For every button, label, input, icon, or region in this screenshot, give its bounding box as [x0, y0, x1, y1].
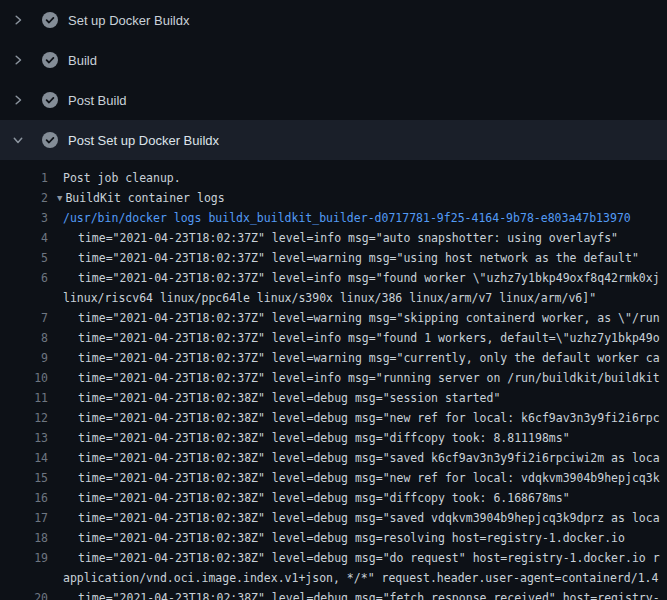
log-line-text: linux/riscv64 linux/ppc64le linux/s390x …: [63, 288, 596, 308]
log-line: application/vnd.oci.image.index.v1+json,…: [0, 568, 667, 588]
chevron-right-icon: [10, 92, 26, 108]
log-line-text-content: time="2021-04-23T18:02:38Z" level=debug …: [78, 411, 660, 425]
log-line-text-content: time="2021-04-23T18:02:37Z" level=warnin…: [78, 311, 660, 325]
log-line-number[interactable]: 11: [0, 388, 48, 408]
log-line-number[interactable]: 8: [0, 328, 48, 348]
log-line-text-content: time="2021-04-23T18:02:38Z" level=debug …: [78, 431, 570, 445]
log-line-text: Post job cleanup.: [63, 168, 181, 188]
log-line-number[interactable]: 3: [0, 208, 48, 228]
group-collapse-triangle-icon[interactable]: ▼: [57, 188, 62, 208]
log-line-number[interactable]: 19: [0, 548, 48, 568]
log-line-number[interactable]: 18: [0, 528, 48, 548]
log-line: linux/riscv64 linux/ppc64le linux/s390x …: [0, 288, 667, 308]
log-line-number[interactable]: 10: [0, 368, 48, 388]
log-line-text-content: time="2021-04-23T18:02:38Z" level=debug …: [78, 511, 660, 525]
log-line: 9 time="2021-04-23T18:02:37Z" level=warn…: [0, 348, 667, 368]
log-line-text: time="2021-04-23T18:02:37Z" level=warnin…: [78, 348, 660, 368]
log-line-text: ▼BuildKit container logs: [57, 188, 225, 208]
log-line-text: time="2021-04-23T18:02:37Z" level=info m…: [78, 268, 660, 288]
actions-log-viewer: Set up Docker Buildx Build Post Buil: [0, 0, 667, 600]
log-line: 8 time="2021-04-23T18:02:37Z" level=info…: [0, 328, 667, 348]
log-line-text-content: time="2021-04-23T18:02:37Z" level=info m…: [78, 331, 660, 345]
step-title: Post Build: [68, 93, 127, 108]
log-line: 17 time="2021-04-23T18:02:38Z" level=deb…: [0, 508, 667, 528]
log-line-text: time="2021-04-23T18:02:38Z" level=debug …: [78, 528, 625, 548]
log-line-text-content: time="2021-04-23T18:02:37Z" level=info m…: [78, 271, 660, 285]
log-line-number[interactable]: 4: [0, 228, 48, 248]
log-line-number[interactable]: 17: [0, 508, 48, 528]
chevron-down-icon: [10, 132, 26, 148]
log-line-number[interactable]: 14: [0, 448, 48, 468]
log-line: 13 time="2021-04-23T18:02:38Z" level=deb…: [0, 428, 667, 448]
log-line-text-content: time="2021-04-23T18:02:38Z" level=debug …: [78, 471, 660, 485]
log-output: 1 Post job cleanup. 2 ▼BuildKit containe…: [0, 160, 667, 600]
log-line-text-content: /usr/bin/docker logs buildx_buildkit_bui…: [63, 211, 631, 225]
log-line: 16 time="2021-04-23T18:02:38Z" level=deb…: [0, 488, 667, 508]
log-line-number[interactable]: 12: [0, 408, 48, 428]
log-line: 18 time="2021-04-23T18:02:38Z" level=deb…: [0, 528, 667, 548]
log-line-text-content: time="2021-04-23T18:02:38Z" level=debug …: [78, 491, 570, 505]
log-line: 10 time="2021-04-23T18:02:37Z" level=inf…: [0, 368, 667, 388]
log-line-number[interactable]: 13: [0, 428, 48, 448]
step-header-1[interactable]: Build: [0, 40, 667, 80]
step-header-2[interactable]: Post Build: [0, 80, 667, 120]
chevron-right-icon: [10, 52, 26, 68]
log-line-number[interactable]: 7: [0, 308, 48, 328]
check-circle-icon: [42, 52, 58, 68]
step-title: Set up Docker Buildx: [68, 13, 189, 28]
log-line-number: [0, 568, 48, 588]
log-line: 19 time="2021-04-23T18:02:38Z" level=deb…: [0, 548, 667, 568]
log-line-text-content: BuildKit container logs: [65, 191, 224, 205]
log-line-text-content: time="2021-04-23T18:02:37Z" level=warnin…: [78, 251, 639, 265]
log-line-text-content: time="2021-04-23T18:02:38Z" level=debug …: [78, 591, 660, 600]
log-line: 1 Post job cleanup.: [0, 168, 667, 188]
log-line-text-content: time="2021-04-23T18:02:37Z" level=warnin…: [78, 351, 660, 365]
log-line-text: time="2021-04-23T18:02:38Z" level=debug …: [78, 588, 660, 600]
log-line-text-content: linux/riscv64 linux/ppc64le linux/s390x …: [63, 291, 596, 305]
log-line: 2 ▼BuildKit container logs: [0, 188, 667, 208]
log-line-text-content: time="2021-04-23T18:02:38Z" level=debug …: [78, 531, 625, 545]
log-line-text-content: time="2021-04-23T18:02:37Z" level=info m…: [78, 371, 660, 385]
log-line-text-content: application/vnd.oci.image.index.v1+json,…: [63, 571, 658, 585]
log-line-text-content: time="2021-04-23T18:02:38Z" level=debug …: [78, 391, 500, 405]
log-line: 3 /usr/bin/docker logs buildx_buildkit_b…: [0, 208, 667, 228]
log-line: 15 time="2021-04-23T18:02:38Z" level=deb…: [0, 468, 667, 488]
log-line: 20 time="2021-04-23T18:02:38Z" level=deb…: [0, 588, 667, 600]
log-line-text-content: Post job cleanup.: [63, 171, 181, 185]
log-line-number[interactable]: 1: [0, 168, 48, 188]
log-line-text: time="2021-04-23T18:02:38Z" level=debug …: [78, 388, 500, 408]
log-line-number[interactable]: 5: [0, 248, 48, 268]
check-circle-icon: [42, 12, 58, 28]
step-title: Build: [68, 53, 97, 68]
log-line-number[interactable]: 6: [0, 268, 48, 288]
log-line-text-content: time="2021-04-23T18:02:38Z" level=debug …: [78, 551, 660, 565]
log-line-text: time="2021-04-23T18:02:38Z" level=debug …: [78, 488, 570, 508]
log-line-number[interactable]: 9: [0, 348, 48, 368]
steps-list: Set up Docker Buildx Build Post Buil: [0, 0, 667, 160]
log-line-number: [0, 288, 48, 308]
log-line-text: time="2021-04-23T18:02:37Z" level=warnin…: [78, 248, 639, 268]
log-line-text: time="2021-04-23T18:02:38Z" level=debug …: [78, 448, 660, 468]
log-line-text: time="2021-04-23T18:02:37Z" level=info m…: [78, 368, 660, 388]
log-line-text: time="2021-04-23T18:02:38Z" level=debug …: [78, 508, 660, 528]
step-header-3[interactable]: Post Set up Docker Buildx: [0, 120, 667, 160]
log-line: 6 time="2021-04-23T18:02:37Z" level=info…: [0, 268, 667, 288]
log-line-number[interactable]: 16: [0, 488, 48, 508]
log-line-number[interactable]: 20: [0, 588, 48, 600]
log-line: 12 time="2021-04-23T18:02:38Z" level=deb…: [0, 408, 667, 428]
log-line-number[interactable]: 15: [0, 468, 48, 488]
log-line-text: time="2021-04-23T18:02:37Z" level=warnin…: [78, 308, 660, 328]
step-header-0[interactable]: Set up Docker Buildx: [0, 0, 667, 40]
log-line: 11 time="2021-04-23T18:02:38Z" level=deb…: [0, 388, 667, 408]
log-line-number[interactable]: 2: [0, 188, 48, 208]
log-line-text-content: time="2021-04-23T18:02:37Z" level=info m…: [78, 231, 618, 245]
step-title: Post Set up Docker Buildx: [68, 133, 219, 148]
check-circle-icon: [42, 132, 58, 148]
check-circle-icon: [42, 92, 58, 108]
log-line-text: time="2021-04-23T18:02:37Z" level=info m…: [78, 228, 618, 248]
log-line: 5 time="2021-04-23T18:02:37Z" level=warn…: [0, 248, 667, 268]
log-line-text: time="2021-04-23T18:02:38Z" level=debug …: [78, 428, 570, 448]
log-line-text: time="2021-04-23T18:02:37Z" level=info m…: [78, 328, 660, 348]
log-line: 4 time="2021-04-23T18:02:37Z" level=info…: [0, 228, 667, 248]
log-line-text: application/vnd.oci.image.index.v1+json,…: [63, 568, 658, 588]
